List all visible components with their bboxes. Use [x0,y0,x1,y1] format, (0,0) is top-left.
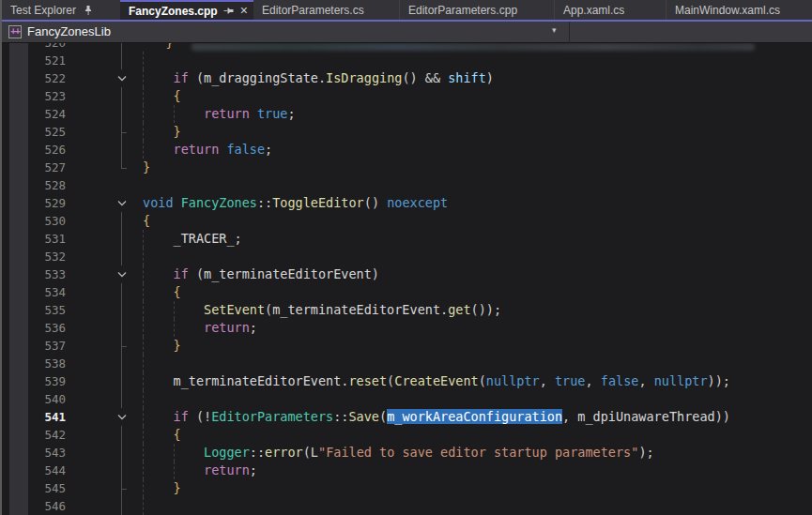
line-number[interactable]: 527 [4,159,72,176]
navigation-bar: ++ FancyZonesLib ▾ ↓ FancyZones [2,22,812,43]
line-number[interactable]: 525 [4,123,72,141]
line-number[interactable]: 540 [4,390,72,408]
code-line[interactable]: 525 } [4,123,812,141]
chevron-down-icon[interactable]: ▾ [552,25,557,35]
line-number[interactable]: 544 [4,462,72,479]
indent-guide [143,355,144,372]
pin-icon[interactable] [82,4,94,16]
line-number[interactable]: 523 [4,87,72,105]
code-line[interactable]: 534 { [4,283,812,301]
tabstrip-filler [802,0,812,20]
line-number[interactable]: 528 [4,176,72,194]
code-line[interactable]: 543 Logger::error(L"Failed to save edito… [4,444,812,462]
line-number[interactable]: 537 [4,337,72,355]
code-text: if (m_terminateEditorEvent) [143,265,379,283]
fold-guide [115,426,130,444]
code-line[interactable]: 529void FancyZones::ToggleEditor() noexc… [4,194,812,212]
fold-guide [115,43,130,52]
code-line[interactable]: 528 [4,176,812,194]
line-number[interactable]: 533 [4,265,72,283]
fold-guide [115,212,130,230]
code-text: SetEvent(m_terminateEditorEvent.get()); [143,301,501,319]
fold-collapse-icon[interactable] [115,194,130,212]
indent-guide [143,390,144,408]
line-number[interactable]: 541 [4,408,72,426]
code-text: return true; [143,105,296,123]
code-text: { [143,283,181,301]
fold-collapse-icon[interactable] [115,69,130,87]
code-text: void FancyZones::ToggleEditor() noexcept [143,194,448,212]
code-editor[interactable]: 520 }521522 if (m_draggingState.IsDraggi… [4,43,812,515]
line-number[interactable]: 529 [4,194,72,212]
code-line[interactable]: 541 if (!EditorParameters::Save(m_workAr… [4,408,812,426]
pin-icon[interactable] [222,6,235,17]
code-line[interactable]: 531 _TRACER_; [4,230,812,248]
blurred-code [192,43,755,51]
code-line[interactable]: 521 [4,52,812,69]
indent-guide [143,497,144,515]
code-line[interactable]: 524 return true; [4,105,812,123]
tab-mainwindow-xaml-cs[interactable]: MainWindow.xaml.cs [666,0,802,20]
code-line[interactable]: 533 if (m_terminateEditorEvent) [4,265,812,283]
line-number[interactable]: 534 [4,283,72,301]
code-lines: 520 }521522 if (m_draggingState.IsDraggi… [4,43,812,515]
line-number[interactable]: 522 [4,69,72,87]
tab-test-explorer[interactable]: Test Explorer [2,0,120,20]
code-line[interactable]: 520 } [4,43,812,52]
line-number[interactable]: 536 [4,319,72,337]
code-line[interactable]: 522 if (m_draggingState.IsDragging() && … [4,69,812,87]
project-dropdown-label: FancyZonesLib [27,24,111,38]
code-line[interactable]: 535 SetEvent(m_terminateEditorEvent.get(… [4,301,812,319]
line-number[interactable]: 539 [4,372,72,390]
line-number[interactable]: 545 [4,479,72,497]
close-icon[interactable]: × [240,5,248,17]
code-line[interactable]: 532 [4,248,812,265]
line-number[interactable]: 543 [4,444,72,462]
fold-collapse-icon[interactable] [115,265,130,283]
line-number[interactable]: 520 [4,43,72,52]
code-line[interactable]: 536 return; [4,319,812,337]
code-line[interactable]: 539 m_terminateEditorEvent.reset(CreateE… [4,372,812,390]
fold-collapse-icon[interactable] [115,408,130,426]
code-text: { [143,426,181,444]
project-dropdown[interactable]: ++ FancyZonesLib ▾ [2,22,569,43]
tab-label: Test Explorer [10,4,76,17]
fold-guide [115,462,130,479]
line-number[interactable]: 535 [4,301,72,319]
fold-guide [115,248,130,265]
tab-label: EditorParameters.cs [262,4,364,17]
member-dropdown[interactable]: ↓ FancyZones [569,22,812,43]
line-number[interactable]: 526 [4,141,72,159]
code-line[interactable]: 546 [4,497,812,515]
line-number[interactable]: 530 [4,212,72,230]
line-number[interactable]: 538 [4,355,72,372]
fold-guide [115,159,130,176]
code-text: return false; [143,141,272,159]
fold-guide [115,283,130,301]
code-line[interactable]: 523 { [4,87,812,105]
line-number[interactable]: 524 [4,105,72,123]
cpp-project-icon: ++ [8,25,22,38]
tab-fancyzones-cpp[interactable]: FancyZones.cpp× [120,0,253,20]
code-line[interactable]: 544 return; [4,462,812,479]
line-number[interactable]: 521 [4,52,72,69]
tab-label: FancyZones.cpp [129,5,218,18]
tab-editorparameters-cs[interactable]: EditorParameters.cs [253,0,399,20]
fold-guide [115,87,130,105]
line-number[interactable]: 542 [4,426,72,444]
code-line[interactable]: 530{ [4,212,812,230]
code-text: } [143,159,150,176]
tab-editorparameters-cpp[interactable]: EditorParameters.cpp [399,0,554,20]
line-number[interactable]: 531 [4,230,72,248]
tab-app-xaml-cs[interactable]: App.xaml.cs [554,0,666,20]
code-line[interactable]: 527} [4,159,812,176]
line-number[interactable]: 546 [4,497,72,515]
code-text: } [143,479,181,497]
code-line[interactable]: 542 { [4,426,812,444]
code-line[interactable]: 540 [4,390,812,408]
code-line[interactable]: 538 [4,355,812,372]
code-line[interactable]: 537 } [4,337,812,355]
code-line[interactable]: 545 } [4,479,812,497]
code-line[interactable]: 526 return false; [4,141,812,159]
line-number[interactable]: 532 [4,248,72,265]
